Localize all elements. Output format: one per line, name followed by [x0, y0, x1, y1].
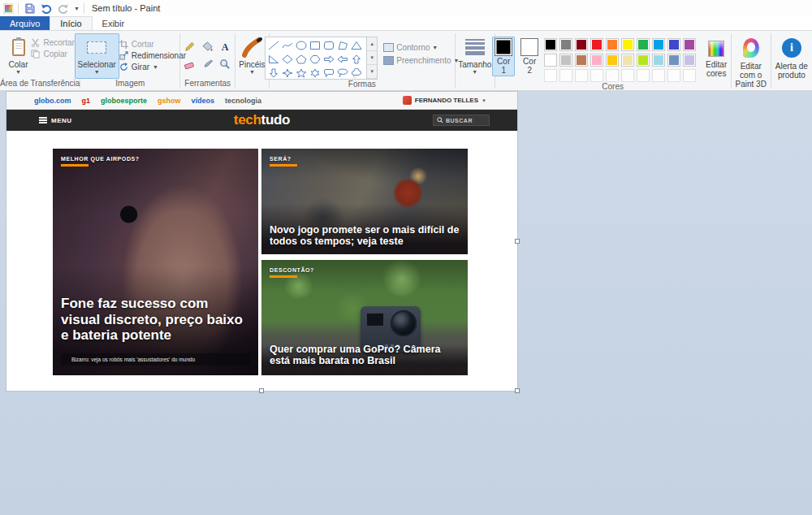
palette-color-swatch[interactable] — [621, 54, 634, 67]
tab-view[interactable]: Exibir — [93, 16, 135, 30]
palette-empty-slot[interactable] — [590, 69, 603, 82]
shape-arrow-left-icon[interactable] — [337, 54, 348, 64]
shape-curve-icon[interactable] — [282, 41, 293, 50]
shape-star-5-icon[interactable] — [296, 68, 307, 78]
palette-empty-slot[interactable] — [621, 69, 634, 82]
undo-icon[interactable] — [40, 2, 53, 15]
shape-rounded-rectangle-icon[interactable] — [323, 41, 335, 50]
palette-color-swatch[interactable] — [575, 38, 588, 51]
shape-hexagon-icon[interactable] — [309, 54, 321, 64]
palette-color-swatch[interactable] — [667, 38, 680, 51]
rotate-button[interactable]: Girar▼ — [119, 63, 186, 71]
palette-color-swatch[interactable] — [575, 54, 588, 67]
search-input[interactable]: BUSCAR — [433, 115, 490, 126]
scroll-up-icon[interactable]: ▲ — [367, 37, 377, 51]
palette-color-swatch[interactable] — [590, 38, 603, 51]
magnifier-tool-button[interactable] — [218, 56, 234, 72]
product-alert-button[interactable]: i Alerta de produto — [771, 33, 812, 80]
drawing-canvas[interactable]: globo.comg1globoesportegshowvídeostecnol… — [6, 92, 517, 391]
pencil-tool-button[interactable] — [182, 38, 198, 54]
palette-color-swatch[interactable] — [621, 38, 634, 51]
palette-color-swatch[interactable] — [544, 38, 557, 51]
shape-oval-icon[interactable] — [296, 41, 307, 50]
qat-dropdown-icon[interactable]: ▼ — [74, 6, 80, 11]
topbar-link[interactable]: vídeos — [192, 97, 215, 105]
shape-arrow-up-icon[interactable] — [351, 54, 362, 64]
canvas-resize-handle-right[interactable] — [515, 239, 520, 244]
palette-color-swatch[interactable] — [683, 38, 696, 51]
palette-color-swatch[interactable] — [683, 54, 696, 67]
article-earbuds[interactable]: MELHOR QUE AIRPODS? Fone faz sucesso com… — [53, 149, 258, 375]
palette-color-swatch[interactable] — [652, 38, 665, 51]
topbar-link[interactable]: tecnologia — [225, 97, 261, 105]
color-picker-tool-button[interactable] — [200, 56, 216, 72]
article-game[interactable]: SERÁ? Novo jogo promete ser o mais difíc… — [261, 149, 468, 254]
user-menu[interactable]: FERNANDO TELLES ▼ — [403, 96, 486, 105]
palette-empty-slot[interactable] — [683, 69, 696, 82]
canvas-resize-handle-bottom[interactable] — [259, 388, 264, 393]
copy-button[interactable]: Copiar — [31, 50, 74, 58]
shape-callout-cloud-icon[interactable] — [351, 68, 362, 78]
shape-polygon-icon[interactable] — [337, 41, 348, 50]
scroll-down-icon[interactable]: ▼ — [367, 51, 377, 65]
shape-callout-rounded-icon[interactable] — [323, 68, 335, 78]
outline-button[interactable]: Contorno▼ — [383, 43, 459, 52]
shape-star-6-icon[interactable] — [309, 68, 321, 78]
palette-empty-slot[interactable] — [652, 69, 665, 82]
fill-tool-button[interactable] — [200, 38, 216, 54]
tab-home[interactable]: Início — [50, 16, 92, 30]
palette-empty-slot[interactable] — [667, 69, 680, 82]
shape-arrow-down-icon[interactable] — [268, 68, 279, 78]
topbar-link[interactable]: g1 — [82, 97, 91, 105]
edit-colors-button[interactable]: Editar cores — [699, 37, 733, 79]
tab-file[interactable]: Arquivo — [0, 16, 50, 30]
palette-color-swatch[interactable] — [559, 38, 572, 51]
edit-with-paint3d-button[interactable]: Editar com o Paint 3D — [732, 33, 771, 89]
shape-rectangle-icon[interactable] — [309, 41, 321, 50]
cut-button[interactable]: Recortar — [31, 38, 74, 47]
palette-color-swatch[interactable] — [637, 38, 650, 51]
save-icon[interactable] — [23, 2, 36, 15]
shape-triangle-icon[interactable] — [351, 41, 362, 50]
palette-color-swatch[interactable] — [667, 54, 680, 67]
canvas-resize-handle-corner[interactable] — [515, 388, 520, 393]
palette-color-swatch[interactable] — [544, 54, 557, 67]
palette-color-swatch[interactable] — [590, 54, 603, 67]
shape-line-icon[interactable] — [268, 41, 279, 50]
palette-empty-slot[interactable] — [575, 69, 588, 82]
paste-button[interactable]: Colar▼ — [6, 33, 32, 79]
article-gopro[interactable]: DESCONTÃO? Quer comprar uma GoPro? Câmer… — [261, 260, 468, 375]
palette-empty-slot[interactable] — [606, 69, 619, 82]
resize-button[interactable]: Redimensionar — [119, 51, 186, 60]
text-tool-button[interactable]: A — [218, 38, 234, 54]
brushes-button[interactable]: Pincéis▼ — [235, 33, 268, 79]
crop-button[interactable]: Cortar — [119, 40, 186, 49]
palette-empty-slot[interactable] — [559, 69, 572, 82]
shape-right-triangle-icon[interactable] — [268, 54, 279, 64]
fill-button[interactable]: Preenchimento▼ — [383, 56, 459, 65]
color2-button[interactable]: Cor2 — [518, 37, 541, 76]
palette-empty-slot[interactable] — [637, 69, 650, 82]
palette-color-swatch[interactable] — [606, 38, 619, 51]
gallery-expand-icon[interactable]: ▼ — [367, 65, 377, 79]
topbar-link[interactable]: globoesporte — [101, 97, 147, 105]
topbar-link[interactable]: gshow — [158, 97, 181, 105]
palette-color-swatch[interactable] — [637, 54, 650, 67]
article-ticker[interactable]: Bizarro: veja os robôs mais 'assustadore… — [61, 353, 250, 366]
palette-color-swatch[interactable] — [652, 54, 665, 67]
size-button[interactable]: Tamanho▼ — [455, 33, 495, 79]
palette-color-swatch[interactable] — [559, 54, 572, 67]
palette-color-swatch[interactable] — [606, 54, 619, 67]
eraser-tool-button[interactable] — [182, 56, 198, 72]
select-button[interactable]: Selecionar▼ — [75, 33, 119, 79]
shape-arrow-right-icon[interactable] — [323, 54, 335, 64]
tools-group: A Ferramentas — [180, 31, 235, 90]
shape-pentagon-icon[interactable] — [296, 54, 307, 64]
color1-button[interactable]: Cor1 — [492, 37, 515, 76]
redo-icon[interactable] — [57, 2, 70, 15]
palette-empty-slot[interactable] — [544, 69, 557, 82]
shape-callout-oval-icon[interactable] — [337, 68, 348, 78]
shape-star-4-icon[interactable] — [282, 68, 293, 78]
topbar-link[interactable]: globo.com — [34, 97, 71, 105]
shape-diamond-icon[interactable] — [282, 54, 293, 64]
